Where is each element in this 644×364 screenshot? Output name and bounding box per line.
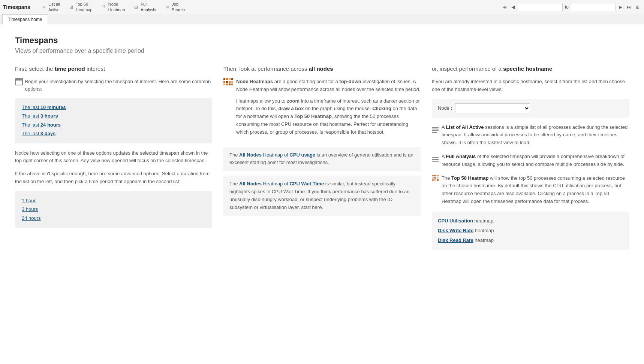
list-active-text: A List of All Active sessions is a simpl… xyxy=(442,124,629,147)
adv-opt-24hours[interactable]: 24 hours xyxy=(22,214,205,222)
node-select-row: Node : xyxy=(438,103,623,113)
nav-top50[interactable]: Top 50Heatmap xyxy=(65,0,96,13)
main-content: Timespans Views of performance over a sp… xyxy=(0,24,644,261)
nav-top50-label: Top 50Heatmap xyxy=(76,1,93,12)
nav-list-active-label: List allActive xyxy=(48,1,60,12)
page-subtitle: Views of performance over a specific tim… xyxy=(15,48,629,54)
col2-cpu-usage-highlight: The All Nodes Heatmap of CPU usage is an… xyxy=(223,147,421,172)
col1-heading-post: interest xyxy=(85,66,105,72)
col1-body1: Notice how selecting on one of these opt… xyxy=(15,149,212,165)
col1-intro-text: Begin your investigation by selecting th… xyxy=(25,78,213,92)
node-heatmap-dots-icon xyxy=(223,78,233,85)
adv-opt-3hours[interactable]: 3 hours xyxy=(22,205,205,213)
all-nodes-cpuwait-link[interactable]: All Nodes Heatmap of CPU Wait Time xyxy=(239,181,324,186)
node-select-box: Node : xyxy=(432,99,629,118)
full-analysis-text: A Full Analysis of the selected timespan… xyxy=(442,153,629,169)
col-time-period: First, select the time period interest B… xyxy=(15,66,223,234)
nav-job-search-label: JobSearch xyxy=(172,1,185,12)
calendar-icon xyxy=(15,78,23,85)
full-analysis-nav-icon xyxy=(133,4,139,10)
nav-job-search[interactable]: JobSearch xyxy=(161,0,188,13)
columns: First, select the time period interest B… xyxy=(15,66,629,250)
time-skip-start-button[interactable]: ⏮ xyxy=(501,4,508,10)
quick-options-box: The last 10 minutes The last 3 hours The… xyxy=(15,98,212,143)
col1-intro-block: Begin your investigation by selecting th… xyxy=(15,78,212,92)
advanced-options-box: 1 hour 3 hours 24 hours xyxy=(15,191,212,228)
nav-full-analysis[interactable]: FullAnalysis xyxy=(130,0,159,13)
toolbar: Timespans List allActive Top 50Heatmap N… xyxy=(0,0,644,14)
adv-opt-1hour[interactable]: 1 hour xyxy=(22,196,205,205)
nav-items: List allActive Top 50Heatmap NodeHeatmap… xyxy=(38,0,501,13)
node-heatmap-icon xyxy=(101,4,107,10)
col2-section1-para2: Heatmaps allow you to zoom into a timefr… xyxy=(236,97,421,136)
time-options-button[interactable]: ⊞ xyxy=(634,4,641,10)
col3-heading-bold: specific hostname xyxy=(503,66,552,72)
top50-text: The Top 50 Heatmap will show the top 50 … xyxy=(442,175,629,206)
time-end-input[interactable] xyxy=(571,3,616,11)
time-start-input[interactable] xyxy=(518,3,563,11)
col2-section1-para1: Node Heatmaps are a good starting point … xyxy=(236,78,421,94)
all-nodes-cpu-link[interactable]: All Nodes Heatmap of CPU usage xyxy=(239,152,315,158)
col3-heading: or, inspect performance of a specific ho… xyxy=(432,66,629,72)
col3-heading-pre: or, inspect performance of a xyxy=(432,66,503,72)
col3-intro: If you are already interested in a speci… xyxy=(432,78,629,94)
time-prev-button[interactable]: ◀ xyxy=(510,4,516,10)
col1-body2: If the above isn't specific enough, here… xyxy=(15,170,212,186)
col2-heading-bold: all nodes xyxy=(309,66,333,72)
nav-full-analysis-label: FullAnalysis xyxy=(141,1,156,12)
quick-opt-3days[interactable]: The last 3 days xyxy=(22,129,205,138)
list-all-active-icon xyxy=(41,4,47,10)
time-to-label: to xyxy=(565,4,569,10)
col1-heading-pre: First, select the xyxy=(15,66,55,72)
top50-section: The Top 50 Heatmap will show the top 50 … xyxy=(432,175,629,206)
job-search-icon xyxy=(164,4,170,10)
full-analysis-icon xyxy=(432,153,439,163)
node-dropdown[interactable] xyxy=(455,103,530,113)
nav-list-active[interactable]: List allActive xyxy=(38,0,63,13)
col2-cpu-wait-highlight: The All Nodes Heatmap of CPU Wait Time i… xyxy=(223,176,421,216)
page-heading: Timespans xyxy=(15,36,629,45)
col1-heading: First, select the time period interest xyxy=(15,66,212,72)
quick-opt-24hours[interactable]: The last 24 hours xyxy=(22,121,205,129)
top50-heatmap-icon xyxy=(432,175,439,181)
col1-heading-bold: time period xyxy=(55,66,85,72)
col-specific-hostname: or, inspect performance of a specific ho… xyxy=(432,66,629,250)
col2-node-heatmap-section: Node Heatmaps are a good starting point … xyxy=(223,78,421,142)
time-skip-end-button[interactable]: ⏭ xyxy=(625,4,633,10)
col2-heading: Then, look at performance across all nod… xyxy=(223,66,421,72)
node-label: Node : xyxy=(438,105,452,111)
list-active-section: A List of All Active sessions is a simpl… xyxy=(432,124,629,147)
nav-node-heatmap[interactable]: NodeHeatmap xyxy=(98,0,128,13)
list-active-icon xyxy=(432,124,439,133)
heatmap-links-box: CPU Utilisation heatmap Disk Write Rate … xyxy=(432,212,629,250)
cpu-utilisation-heatmap-link[interactable]: CPU Utilisation heatmap xyxy=(438,216,623,226)
tab-bar: Timespans home xyxy=(0,14,644,24)
tab-timespans-home-label: Timespans home xyxy=(8,17,42,22)
nav-node-heatmap-label: NodeHeatmap xyxy=(108,1,125,12)
time-next-button[interactable]: ▶ xyxy=(617,4,624,10)
time-controls: ⏮ ◀ to ▶ ⏭ ⊞ xyxy=(501,3,641,11)
col2-heading-pre: Then, look at performance across xyxy=(223,66,309,72)
app-title: Timespans xyxy=(3,4,30,10)
col-all-nodes: Then, look at performance across all nod… xyxy=(223,66,432,220)
tab-timespans-home[interactable]: Timespans home xyxy=(2,14,48,24)
quick-opt-3hours[interactable]: The last 3 hours xyxy=(22,112,205,120)
quick-opt-10min[interactable]: The last 10 minutes xyxy=(22,103,205,112)
disk-read-rate-heatmap-link[interactable]: Disk Read Rate heatmap xyxy=(438,236,623,245)
full-analysis-section: A Full Analysis of the selected timespan… xyxy=(432,153,629,169)
disk-write-rate-heatmap-link[interactable]: Disk Write Rate heatmap xyxy=(438,226,623,236)
top50-icon xyxy=(68,4,74,10)
col2-node-heatmap-text: Node Heatmaps are a good starting point … xyxy=(236,78,421,142)
